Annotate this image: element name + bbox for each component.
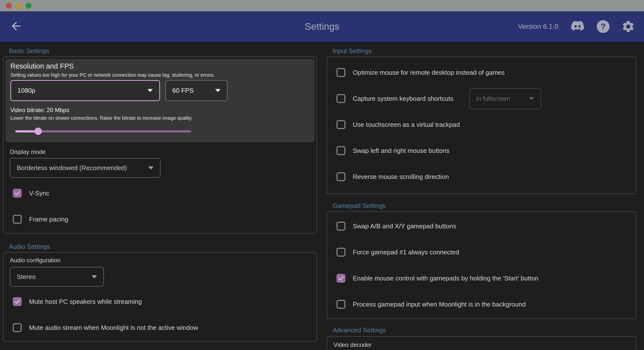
swap-abxy-label: Swap A/B and X/Y gamepad buttons <box>353 222 456 230</box>
chevron-down-icon <box>215 89 220 92</box>
resolution-fps-row: 1080p 60 FPS <box>10 80 310 101</box>
version-label: Version 6.1.0 <box>518 23 558 30</box>
swap-mouse-row: Swap left and right mouse buttons <box>327 138 636 164</box>
gamepad-mouse-control-label: Enable mouse control with gamepads by ho… <box>353 275 538 282</box>
capture-shortcuts-label: Capture system keyboard shortcuts <box>353 95 454 103</box>
audio-configuration-label: Audio configuration <box>10 257 316 264</box>
capture-shortcuts-mode-value: in fullscreen <box>476 95 510 103</box>
moonlight-settings-window: Settings Version 6.1.0 ? Basic Settings … <box>0 0 644 350</box>
gamepad-mouse-control-checkbox[interactable] <box>336 274 346 283</box>
left-column: Basic Settings Resolution and FPS Settin… <box>3 42 317 342</box>
slider-thumb[interactable] <box>34 128 42 135</box>
resolution-value: 1080p <box>18 87 35 94</box>
help-question-glyph: ? <box>597 20 610 33</box>
mute-inactive-label: Mute audio stream when Moonlight is not … <box>29 324 198 332</box>
app-header: Settings Version 6.1.0 ? <box>0 11 644 42</box>
swap-abxy-checkbox[interactable] <box>336 222 346 231</box>
section-title-gamepad: Gamepad Settings <box>332 201 636 210</box>
section-title-advanced: Advanced Settings <box>332 326 636 334</box>
force-gamepad-label: Force gamepad #1 always connected <box>353 248 459 256</box>
close-window-button[interactable] <box>6 3 12 8</box>
audio-configuration-dropdown[interactable]: Stereo <box>10 267 104 287</box>
swap-abxy-row: Swap A/B and X/Y gamepad buttons <box>327 213 636 239</box>
discord-icon[interactable] <box>570 21 585 32</box>
reverse-scroll-checkbox[interactable] <box>336 172 346 181</box>
force-gamepad-checkbox[interactable] <box>336 248 346 257</box>
display-mode-dropdown[interactable]: Borderless windowed (Recommended) <box>10 158 160 178</box>
fps-dropdown[interactable]: 60 FPS <box>166 80 228 101</box>
back-arrow-icon[interactable] <box>9 20 22 33</box>
capture-shortcuts-row: Capture system keyboard shortcuts in ful… <box>327 86 636 112</box>
help-icon[interactable]: ? <box>597 20 610 33</box>
capture-shortcuts-mode-dropdown[interactable]: in fullscreen <box>469 88 541 109</box>
audio-settings-group: Audio configuration Stereo Mute host PC … <box>3 252 317 342</box>
reverse-scroll-label: Reverse mouse scrolling direction <box>353 173 449 181</box>
right-column: Input Settings Optimize mouse for remote… <box>327 42 636 350</box>
mute-host-label: Mute host PC speakers while streaming <box>29 298 142 306</box>
frame-pacing-checkbox[interactable] <box>13 215 22 224</box>
display-mode-label: Display mode <box>10 148 316 156</box>
gamepad-background-checkbox[interactable] <box>336 300 346 309</box>
header-actions: Version 6.1.0 ? <box>518 20 635 33</box>
optimize-mouse-row: Optimize mouse for remote desktop instea… <box>327 59 636 86</box>
mute-inactive-row: Mute audio stream when Moonlight is not … <box>4 315 316 341</box>
minimize-window-button[interactable] <box>16 3 22 8</box>
resolution-fps-panel: Resolution and FPS Setting values too hi… <box>6 59 314 142</box>
advanced-settings-group: Video decoder <box>327 336 636 350</box>
touchscreen-trackpad-label: Use touchscreen as a virtual trackpad <box>353 121 460 129</box>
section-title-audio: Audio Settings <box>9 242 317 251</box>
input-settings-group: Optimize mouse for remote desktop instea… <box>327 56 636 194</box>
gamepad-mouse-control-row: Enable mouse control with gamepads by ho… <box>327 265 636 291</box>
swap-mouse-checkbox[interactable] <box>336 146 346 155</box>
frame-pacing-label: Frame pacing <box>29 215 68 223</box>
fps-value: 60 FPS <box>172 87 194 94</box>
mute-inactive-checkbox[interactable] <box>13 323 22 332</box>
frame-pacing-row: Frame pacing <box>4 211 316 228</box>
mute-host-row: Mute host PC speakers while streaming <box>4 289 316 315</box>
bitrate-label: Video bitrate: 20 Mbps <box>10 106 310 114</box>
mute-host-checkbox[interactable] <box>13 297 22 306</box>
reverse-scroll-row: Reverse mouse scrolling direction <box>327 164 636 190</box>
settings-content: Basic Settings Resolution and FPS Settin… <box>0 42 644 350</box>
gamepad-background-row: Process gamepad input when Moonlight is … <box>327 291 636 317</box>
zoom-window-button[interactable] <box>26 3 32 8</box>
chevron-down-icon <box>529 97 534 100</box>
resolution-dropdown[interactable]: 1080p <box>10 80 160 101</box>
bitrate-slider[interactable] <box>15 128 191 135</box>
gamepad-background-label: Process gamepad input when Moonlight is … <box>353 301 526 308</box>
touchscreen-trackpad-checkbox[interactable] <box>336 120 346 129</box>
gamepad-settings-group: Swap A/B and X/Y gamepad buttons Force g… <box>327 211 636 319</box>
resolution-fps-title: Resolution and FPS <box>10 61 310 71</box>
audio-configuration-value: Stereo <box>17 273 36 281</box>
vsync-checkbox[interactable] <box>13 189 22 198</box>
resolution-fps-description: Setting values too high for your PC or n… <box>10 72 310 78</box>
touchscreen-trackpad-row: Use touchscreen as a virtual trackpad <box>327 112 636 138</box>
page-title: Settings <box>305 21 340 32</box>
gear-icon[interactable] <box>621 20 635 33</box>
video-decoder-label: Video decoder <box>334 341 636 349</box>
titlebar <box>0 0 644 11</box>
section-title-basic: Basic Settings <box>9 47 317 55</box>
display-mode-value: Borderless windowed (Recommended) <box>17 164 127 172</box>
bitrate-caption: Lower the bitrate on slower connections.… <box>10 115 310 121</box>
basic-settings-group: Resolution and FPS Setting values too hi… <box>3 56 317 233</box>
optimize-mouse-checkbox[interactable] <box>336 68 346 77</box>
chevron-down-icon <box>148 89 153 92</box>
vsync-row: V-Sync <box>4 184 316 202</box>
chevron-down-icon <box>148 167 154 170</box>
capture-shortcuts-checkbox[interactable] <box>336 94 346 103</box>
chevron-down-icon <box>92 275 97 278</box>
vsync-label: V-Sync <box>29 189 49 197</box>
optimize-mouse-label: Optimize mouse for remote desktop instea… <box>353 69 505 76</box>
section-title-input: Input Settings <box>332 47 636 55</box>
swap-mouse-label: Swap left and right mouse buttons <box>353 147 450 155</box>
force-gamepad-row: Force gamepad #1 always connected <box>327 239 636 265</box>
